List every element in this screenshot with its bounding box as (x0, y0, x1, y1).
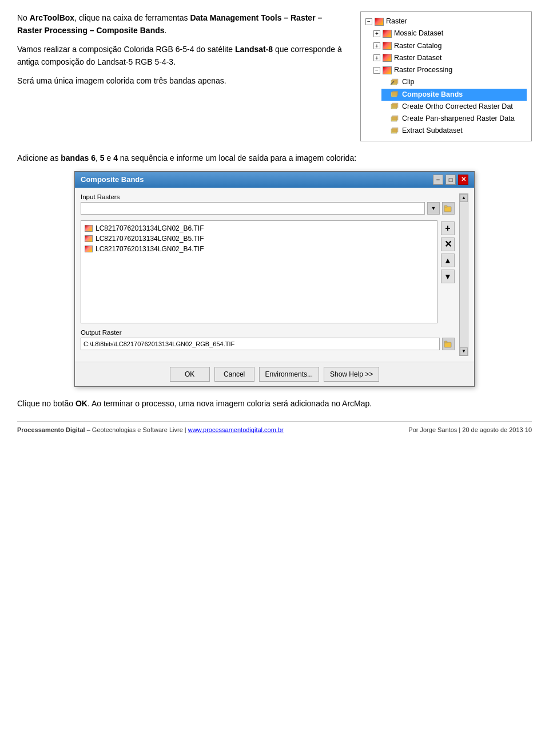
output-browse-btn[interactable] (442, 338, 455, 350)
dialog-footer: OK Cancel Environments... Show Help >> (75, 362, 474, 386)
input-rasters-label: Input Rasters (81, 193, 455, 200)
list-item: LC82170762013134LGN02_B6.TIF (83, 223, 435, 233)
scroll-track (460, 202, 468, 347)
section-text2: na sequência e informe um local de saída… (118, 153, 356, 163)
maximize-button[interactable]: □ (445, 175, 456, 185)
input-raster-field[interactable] (81, 202, 425, 215)
bottom-text: Clique no botão OK. Ao terminar o proces… (17, 397, 532, 410)
intro-p3: Será uma única imagem colorida com três … (17, 76, 226, 85)
svg-rect-12 (444, 205, 447, 207)
tree-raster-processing: − Raster Processing (373, 64, 527, 76)
processing-icon (383, 66, 392, 74)
footer-link[interactable]: www.processamentodigital.com.br (188, 426, 284, 433)
pan-tool-icon (391, 115, 400, 123)
tree-raster-dataset: + Raster Dataset (373, 52, 527, 64)
titlebar-controls: − □ ✕ (433, 175, 468, 185)
add-item-button[interactable]: + (441, 221, 455, 235)
footer-suffix: – Geotecnologias e Software Livre | (85, 426, 188, 433)
raster-collapse-btn[interactable]: − (365, 18, 372, 25)
dialog-body: Input Rasters ▼ (75, 188, 474, 362)
svg-rect-6 (392, 103, 398, 108)
catalog-expand-btn[interactable]: + (373, 42, 380, 49)
section-bold3: 4 (113, 153, 118, 163)
tree-clip: Clip (381, 76, 527, 88)
remove-item-button[interactable]: ✕ (441, 238, 455, 251)
mosaic-expand-btn[interactable]: + (373, 30, 380, 37)
section-comma1: , (96, 153, 100, 163)
bottom-ok: OK (75, 399, 87, 408)
environments-button[interactable]: Environments... (259, 367, 319, 382)
intro-p1-end: . (165, 26, 167, 35)
composite-bands-label: Composite Bands (402, 89, 463, 101)
footer-left: Processamento Digital – Geotecnologias e… (17, 426, 284, 433)
file-icon-2 (85, 235, 93, 242)
section-bold1: bandas 6 (61, 153, 96, 163)
bottom-text1: Clique no botão (17, 399, 75, 408)
file-list-section: LC82170762013134LGN02_B6.TIF LC821707620… (81, 220, 455, 323)
move-down-button[interactable]: ▼ (441, 270, 455, 283)
output-raster-section: Output Raster (81, 329, 455, 350)
intro-arctoolbox: ArcToolBox (30, 13, 74, 22)
section-bold2: 5 (100, 153, 105, 163)
file-list[interactable]: LC82170762013134LGN02_B6.TIF LC821707620… (81, 220, 437, 323)
raster-label: Raster (386, 15, 407, 27)
close-button[interactable]: ✕ (458, 175, 468, 185)
dataset-label: Raster Dataset (394, 52, 441, 64)
svg-rect-11 (444, 207, 451, 212)
arctoolbox-tree-panel: − Raster + Mosaic Dataset + Raster Catal… (360, 11, 532, 141)
section-text: Adicione as bandas 6, 5 e 4 na sequência… (17, 152, 532, 164)
show-help-button[interactable]: Show Help >> (324, 367, 379, 382)
list-item: LC82170762013134LGN02_B5.TIF (83, 233, 435, 244)
svg-rect-8 (392, 116, 398, 120)
move-up-button[interactable]: ▲ (441, 254, 455, 267)
processing-label: Raster Processing (394, 64, 452, 76)
create-ortho-label: Create Ortho Corrected Raster Dat (402, 101, 513, 113)
mosaic-icon (383, 30, 392, 38)
file-name-2: LC82170762013134LGN02_B5.TIF (96, 235, 204, 243)
intro-p1-text2: , clique na caixa de ferramentas (74, 13, 190, 22)
cancel-button[interactable]: Cancel (214, 367, 254, 382)
tree-mosaic: + Mosaic Dataset (373, 27, 527, 39)
ok-button[interactable]: OK (170, 367, 210, 382)
file-name-1: LC82170762013134LGN02_B6.TIF (96, 224, 204, 232)
list-action-buttons: + ✕ ▲ ▼ (441, 220, 455, 323)
dataset-expand-btn[interactable]: + (373, 54, 380, 61)
output-raster-field[interactable] (81, 338, 440, 350)
scroll-up-arrow[interactable]: ▲ (460, 194, 468, 202)
catalog-icon (383, 42, 392, 50)
mosaic-label: Mosaic Dataset (394, 27, 443, 39)
page-footer: Processamento Digital – Geotecnologias e… (17, 421, 532, 433)
section-text1: Adicione as (17, 153, 61, 163)
minimize-button[interactable]: − (433, 175, 443, 185)
tree-create-pan: Create Pan-sharpened Raster Data (381, 113, 527, 125)
file-name-3: LC82170762013134LGN02_B4.TIF (96, 245, 204, 253)
intro-landsat: Landsat-8 (235, 45, 273, 54)
ortho-tool-icon (391, 102, 400, 110)
dialog-scrollbar[interactable]: ▲ ▼ (459, 193, 468, 356)
scroll-down-arrow[interactable]: ▼ (460, 347, 468, 355)
intro-p1-text1: No (17, 13, 30, 22)
processing-collapse-btn[interactable]: − (373, 67, 380, 74)
arc-tree: − Raster + Mosaic Dataset + Raster Catal… (360, 11, 532, 141)
composite-tool-icon (391, 90, 400, 98)
svg-rect-10 (392, 128, 398, 132)
input-browse-btn[interactable] (442, 202, 455, 215)
dialog-main: Input Rasters ▼ (81, 193, 455, 356)
input-field-row: ▼ (81, 202, 455, 215)
file-icon-1 (85, 225, 93, 232)
intro-left-text: No ArcToolBox, clique na caixa de ferram… (17, 11, 349, 141)
dialog-title: Composite Bands (81, 175, 144, 184)
clip-tool-icon (391, 78, 400, 86)
intro-section: No ArcToolBox, clique na caixa de ferram… (17, 11, 532, 141)
dialog-wrapper: Composite Bands − □ ✕ Input Rasters ▼ (17, 171, 532, 387)
tree-raster: − Raster (365, 15, 527, 27)
intro-p2-text1: Vamos realizar a composição Colorida RGB… (17, 45, 235, 54)
file-icon-3 (85, 246, 93, 252)
tree-create-ortho: Create Ortho Corrected Raster Dat (381, 101, 527, 113)
output-field-row (81, 338, 455, 350)
input-dropdown-btn[interactable]: ▼ (427, 202, 440, 215)
dialog-titlebar: Composite Bands − □ ✕ (75, 172, 474, 188)
svg-rect-1 (392, 79, 398, 84)
section-comma2: e (105, 153, 114, 163)
tree-composite-bands[interactable]: Composite Bands (381, 89, 527, 101)
